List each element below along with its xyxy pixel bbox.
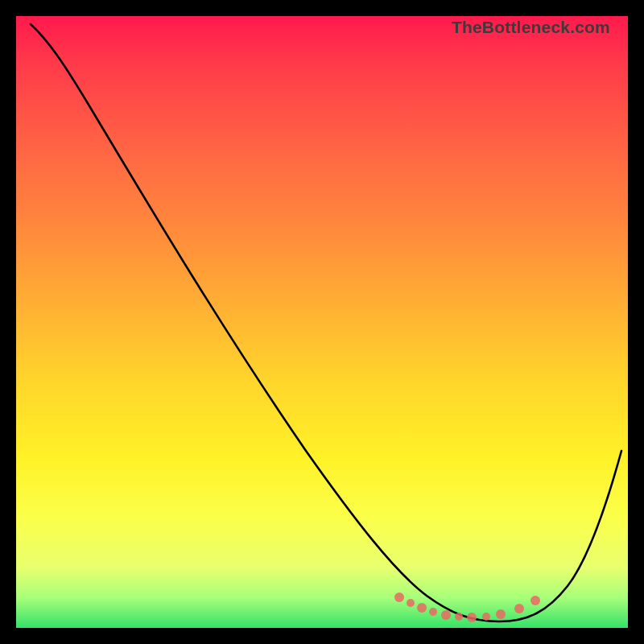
svg-point-5	[455, 613, 463, 621]
dot-cluster	[394, 592, 540, 622]
svg-point-0	[394, 592, 404, 602]
svg-point-9	[514, 604, 524, 613]
bottleneck-curve-svg	[16, 16, 628, 628]
svg-point-2	[417, 603, 427, 613]
svg-point-1	[407, 599, 415, 607]
svg-point-7	[482, 613, 490, 621]
svg-point-8	[496, 609, 506, 619]
chart-frame: TheBottleneck.com	[16, 16, 628, 628]
svg-point-3	[429, 608, 437, 616]
svg-point-4	[441, 610, 451, 620]
svg-point-6	[467, 613, 477, 622]
svg-point-10	[530, 596, 540, 605]
bottleneck-curve-path	[31, 24, 621, 621]
